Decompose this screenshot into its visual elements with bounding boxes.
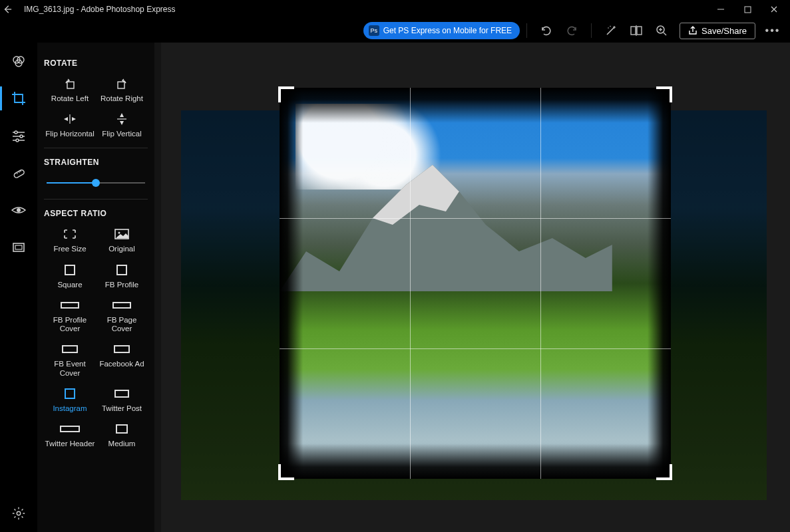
rail-settings[interactable] xyxy=(0,495,37,532)
rail-heal[interactable] xyxy=(0,154,37,192)
aspect-free-button[interactable]: Free Size xyxy=(44,227,96,253)
canvas-scroll-gutter[interactable] xyxy=(154,43,161,532)
svg-point-13 xyxy=(17,173,18,174)
photo-preview xyxy=(280,88,671,479)
flip-horizontal-button[interactable]: Flip Horizontal xyxy=(44,112,96,138)
rail-adjust[interactable] xyxy=(0,117,37,154)
mountain-shape xyxy=(280,158,612,291)
aspect-square-label: Square xyxy=(57,281,82,289)
flip-vertical-label: Flip Vertical xyxy=(102,130,141,138)
aspect-fb-ad-icon xyxy=(114,342,130,356)
maximize-button[interactable] xyxy=(734,0,761,19)
svg-point-1 xyxy=(608,27,609,29)
svg-rect-18 xyxy=(15,245,22,249)
aspect-fb-profile-cover-label: FB Profile Cover xyxy=(44,316,96,333)
compare-button[interactable] xyxy=(624,21,649,41)
rotate-left-button[interactable]: Rotate Left xyxy=(44,77,96,103)
aspect-square-icon xyxy=(65,263,75,277)
svg-point-2 xyxy=(610,26,611,27)
aspect-fb-profile-cover-button[interactable]: FB Profile Cover xyxy=(44,299,96,333)
rotate-left-icon xyxy=(63,77,77,90)
svg-rect-21 xyxy=(118,82,124,88)
straighten-heading: STRAIGHTEN xyxy=(44,158,148,167)
svg-point-16 xyxy=(17,208,21,212)
aspect-fb-profile-icon xyxy=(116,263,127,277)
window-title: IMG_3613.jpg - Adobe Photoshop Express xyxy=(21,5,175,14)
aspect-twitter-post-icon xyxy=(114,387,129,400)
svg-point-15 xyxy=(20,171,21,172)
crop-handle-bl[interactable] xyxy=(278,464,294,480)
flip-vertical-icon xyxy=(116,112,127,126)
rail-looks[interactable] xyxy=(0,43,37,80)
share-icon xyxy=(688,26,697,35)
redo-button[interactable] xyxy=(559,21,584,41)
rotate-right-icon xyxy=(115,77,128,90)
aspect-medium-label: Medium xyxy=(108,440,136,448)
aspect-free-icon xyxy=(63,227,77,241)
save-share-button[interactable]: Save/Share xyxy=(680,23,755,39)
svg-point-14 xyxy=(19,172,20,173)
aspect-square-button[interactable]: Square xyxy=(44,263,96,289)
crop-grid-line xyxy=(280,218,671,219)
toolbar: Ps Get PS Express on Mobile for FREE Sav… xyxy=(0,19,790,43)
close-button[interactable] xyxy=(761,0,787,19)
rail-redeye[interactable] xyxy=(0,192,37,229)
rotate-heading: ROTATE xyxy=(44,59,148,68)
crop-grid-line xyxy=(540,88,541,479)
svg-point-11 xyxy=(16,139,19,142)
crop-handle-tl[interactable] xyxy=(278,86,294,102)
titlebar: IMG_3613.jpg - Adobe Photoshop Express xyxy=(0,0,790,19)
minimize-button[interactable] xyxy=(707,0,734,19)
flip-vertical-button[interactable]: Flip Vertical xyxy=(96,112,148,138)
aspect-fb-profile-button[interactable]: FB Profile xyxy=(96,263,148,289)
aspect-twitter-header-button[interactable]: Twitter Header xyxy=(44,422,96,448)
aspect-ratio-heading: ASPECT RATIO xyxy=(44,209,148,218)
crop-grid-line xyxy=(280,348,671,349)
rotate-right-label: Rotate Right xyxy=(100,94,143,103)
aspect-instagram-icon xyxy=(65,387,75,400)
rotate-left-label: Rotate Left xyxy=(51,94,89,103)
aspect-medium-button[interactable]: Medium xyxy=(96,422,148,448)
rotate-right-button[interactable]: Rotate Right xyxy=(96,77,148,103)
toolbar-separator xyxy=(526,23,527,38)
aspect-fb-profile-label: FB Profile xyxy=(105,281,139,289)
crop-region[interactable] xyxy=(280,88,671,479)
aspect-original-button[interactable]: Original xyxy=(96,227,148,253)
aspect-twitter-header-label: Twitter Header xyxy=(45,440,95,448)
aspect-twitter-header-icon xyxy=(60,422,80,436)
aspect-twitter-post-button[interactable]: Twitter Post xyxy=(96,387,148,413)
svg-point-23 xyxy=(118,232,120,234)
canvas-area xyxy=(154,43,790,532)
back-button[interactable] xyxy=(3,5,21,14)
rail-crop[interactable] xyxy=(0,80,37,117)
aspect-free-label: Free Size xyxy=(53,245,86,253)
more-menu-button[interactable]: ••• xyxy=(761,25,785,37)
ps-badge-icon: Ps xyxy=(369,25,379,36)
promo-pill[interactable]: Ps Get PS Express on Mobile for FREE xyxy=(363,22,520,39)
aspect-fb-page-cover-label: FB Page Cover xyxy=(96,316,148,333)
aspect-fb-page-cover-button[interactable]: FB Page Cover xyxy=(96,299,148,333)
aspect-fb-ad-label: Facebook Ad xyxy=(99,360,144,368)
aspect-fb-page-cover-icon xyxy=(112,299,131,312)
svg-point-10 xyxy=(20,135,23,138)
crop-handle-br[interactable] xyxy=(656,464,672,480)
flip-horizontal-label: Flip Horizontal xyxy=(45,130,95,138)
auto-enhance-button[interactable] xyxy=(598,21,624,41)
crop-panel: ROTATE Rotate Left Rotate Right Flip Hor… xyxy=(37,43,154,532)
aspect-original-icon xyxy=(114,227,129,241)
undo-button[interactable] xyxy=(534,21,559,41)
aspect-fb-event-button[interactable]: FB Event Cover xyxy=(44,342,96,377)
promo-label: Get PS Express on Mobile for FREE xyxy=(383,26,512,35)
aspect-fb-profile-cover-icon xyxy=(61,299,79,312)
aspect-instagram-button[interactable]: Instagram xyxy=(44,387,96,413)
svg-rect-3 xyxy=(631,27,636,35)
straighten-slider[interactable] xyxy=(47,176,145,190)
aspect-fb-ad-button[interactable]: Facebook Ad xyxy=(96,342,148,377)
aspect-fb-event-icon xyxy=(62,342,78,356)
aspect-instagram-label: Instagram xyxy=(53,404,87,413)
aspect-twitter-post-label: Twitter Post xyxy=(102,404,142,413)
zoom-button[interactable] xyxy=(649,21,674,41)
svg-marker-24 xyxy=(280,165,612,291)
rail-border[interactable] xyxy=(0,229,37,266)
crop-handle-tr[interactable] xyxy=(656,86,672,102)
